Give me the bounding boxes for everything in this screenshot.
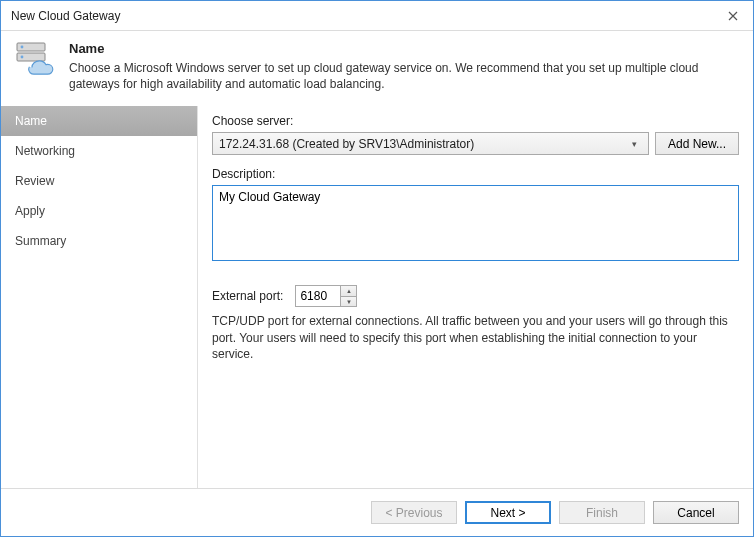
finish-button: Finish (559, 501, 645, 524)
external-port-stepper[interactable]: ▲ ▼ (295, 285, 357, 307)
cloud-gateway-icon (15, 41, 59, 81)
titlebar: New Cloud Gateway (1, 1, 753, 31)
sidebar-step-summary[interactable]: Summary (1, 226, 197, 256)
external-port-label: External port: (212, 289, 283, 303)
sidebar-step-name[interactable]: Name (1, 106, 197, 136)
stepper-down-button[interactable]: ▼ (341, 297, 356, 307)
stepper-buttons: ▲ ▼ (340, 286, 356, 306)
content-pane: Choose server: 172.24.31.68 (Created by … (198, 106, 753, 488)
close-icon (728, 8, 738, 24)
description-label: Description: (212, 167, 739, 181)
add-new-button[interactable]: Add New... (655, 132, 739, 155)
stepper-up-button[interactable]: ▲ (341, 286, 356, 297)
description-input[interactable] (212, 185, 739, 261)
footer: < Previous Next > Finish Cancel (1, 488, 753, 536)
sidebar-step-networking[interactable]: Networking (1, 136, 197, 166)
sidebar-step-review[interactable]: Review (1, 166, 197, 196)
sidebar-step-apply[interactable]: Apply (1, 196, 197, 226)
server-select[interactable]: 172.24.31.68 (Created by SRV13\Administr… (212, 132, 649, 155)
wizard-sidebar: Name Networking Review Apply Summary (1, 106, 198, 488)
svg-point-3 (21, 56, 24, 59)
close-button[interactable] (713, 1, 753, 31)
dialog-window: New Cloud Gateway Name Choose a Microsof… (0, 0, 754, 537)
server-selected-value: 172.24.31.68 (Created by SRV13\Administr… (219, 137, 474, 151)
port-hint: TCP/UDP port for external connections. A… (212, 313, 739, 362)
body: Name Networking Review Apply Summary Cho… (1, 106, 753, 488)
header: Name Choose a Microsoft Windows server t… (1, 31, 753, 106)
svg-point-2 (21, 46, 24, 49)
page-title: Name (69, 41, 739, 56)
choose-server-label: Choose server: (212, 114, 739, 128)
previous-button: < Previous (371, 501, 457, 524)
page-subtitle: Choose a Microsoft Windows server to set… (69, 60, 739, 92)
window-title: New Cloud Gateway (11, 9, 120, 23)
chevron-down-icon: ▾ (626, 133, 644, 154)
external-port-input[interactable] (296, 286, 340, 306)
cancel-button[interactable]: Cancel (653, 501, 739, 524)
next-button[interactable]: Next > (465, 501, 551, 524)
